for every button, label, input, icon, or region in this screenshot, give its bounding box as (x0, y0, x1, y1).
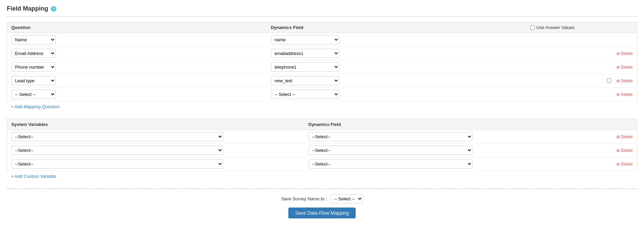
save-survey-name-row: Save Survey Name to : -- Select -- (281, 194, 363, 203)
delete-icon: ⊗ (616, 92, 620, 97)
mapping-table-header: Question Dynamics Field Use Answer Value… (7, 22, 637, 33)
delete-icon: ⊗ (616, 148, 620, 153)
help-icon[interactable]: ? (51, 6, 56, 12)
title-divider (7, 16, 637, 17)
mapping-rows-container: NameEmail AddressPhone numberLead type--… (7, 33, 637, 101)
system-variables-header: System Variables Dynamics Field (7, 119, 637, 130)
mapping-row: NameEmail AddressPhone numberLead type--… (7, 60, 637, 74)
question-select[interactable]: NameEmail AddressPhone numberLead type--… (11, 62, 56, 72)
delete-icon: ⊗ (616, 162, 620, 167)
save-survey-label: Save Survey Name to : (281, 196, 327, 201)
question-select[interactable]: NameEmail AddressPhone numberLead type--… (11, 35, 56, 44)
mapping-row: NameEmail AddressPhone numberLead type--… (7, 74, 637, 88)
save-survey-select[interactable]: -- Select -- (330, 194, 363, 203)
mapping-row: NameEmail AddressPhone numberLead type--… (7, 47, 637, 60)
save-dataflow-button[interactable]: Save Data-Flow Mapping (288, 208, 356, 218)
delete-icon: ⊗ (616, 134, 620, 139)
dynamics-header: Dynamics Field (271, 25, 531, 30)
question-header: Question (11, 25, 271, 30)
system-delete-button[interactable]: ⊗ Delete (616, 134, 633, 139)
page-title: Field Mapping ? (7, 5, 637, 12)
dynamics-select[interactable]: nameemailaddress1telephone1new_test-- Se… (271, 49, 339, 58)
system-variables-col-header: System Variables (11, 122, 309, 127)
system-variables-section: System Variables Dynamics Field --Select… (7, 119, 637, 182)
mapping-row: NameEmail AddressPhone numberLead type--… (7, 33, 637, 47)
system-dynamics-select[interactable]: --Select-- (309, 132, 472, 141)
question-select[interactable]: NameEmail AddressPhone numberLead type--… (11, 49, 56, 58)
mapping-row: NameEmail AddressPhone numberLead type--… (7, 88, 637, 101)
system-dynamics-col-header: Dynamics Field (309, 122, 606, 127)
system-variable-select[interactable]: --Select-- (11, 132, 223, 141)
system-rows-container: --Select----Select--⊗ Delete--Select----… (7, 130, 637, 171)
delete-button[interactable]: ⊗ Delete (616, 78, 633, 83)
delete-icon: ⊗ (616, 65, 620, 70)
system-row: --Select----Select--⊗ Delete (7, 157, 637, 171)
delete-button[interactable]: ⊗ Delete (616, 92, 633, 97)
bottom-section: Save Survey Name to : -- Select -- Save … (7, 188, 637, 218)
add-custom-variable-link[interactable]: + Add Custom Variable (7, 171, 60, 182)
system-dynamics-select[interactable]: --Select-- (309, 159, 472, 169)
question-select[interactable]: NameEmail AddressPhone numberLead type--… (11, 76, 56, 85)
delete-button[interactable]: ⊗ Delete (616, 65, 633, 70)
system-delete-button[interactable]: ⊗ Delete (616, 148, 633, 153)
dynamics-select[interactable]: nameemailaddress1telephone1new_test-- Se… (271, 76, 339, 85)
system-variable-select[interactable]: --Select-- (11, 159, 223, 169)
system-delete-button[interactable]: ⊗ Delete (616, 162, 633, 167)
system-row: --Select----Select--⊗ Delete (7, 144, 637, 157)
answer-value-checkbox[interactable] (607, 78, 611, 83)
dynamics-select[interactable]: nameemailaddress1telephone1new_test-- Se… (271, 62, 339, 72)
answer-values-header: Use Answer Values (530, 25, 633, 30)
question-select[interactable]: NameEmail AddressPhone numberLead type--… (11, 90, 56, 99)
dynamics-select[interactable]: nameemailaddress1telephone1new_test-- Se… (271, 35, 339, 44)
delete-icon: ⊗ (616, 78, 620, 83)
system-variable-select[interactable]: --Select-- (11, 146, 223, 155)
delete-button[interactable]: ⊗ Delete (616, 51, 633, 56)
system-dynamics-select[interactable]: --Select-- (309, 146, 472, 155)
dynamics-select[interactable]: nameemailaddress1telephone1new_test-- Se… (271, 90, 339, 99)
add-mapping-link[interactable]: + Add Mapping Question (7, 101, 64, 112)
title-text: Field Mapping (7, 5, 48, 12)
delete-icon: ⊗ (616, 51, 620, 56)
use-answer-values-checkbox-header[interactable] (530, 25, 535, 30)
system-row: --Select----Select--⊗ Delete (7, 130, 637, 144)
use-answer-values-label: Use Answer Values (536, 25, 575, 30)
